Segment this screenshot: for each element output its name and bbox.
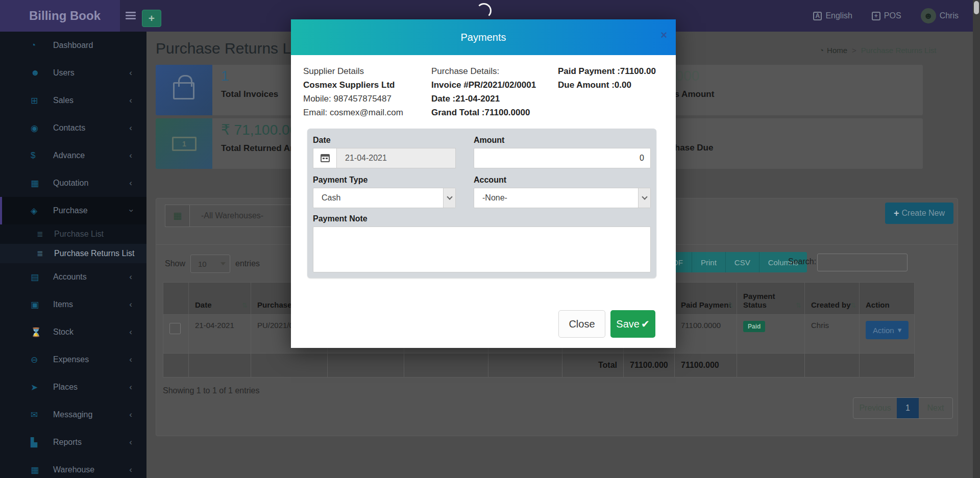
due-amount-text: Due Amount :0.00 — [558, 78, 656, 92]
amount-field[interactable] — [474, 148, 651, 168]
close-icon[interactable]: × — [660, 30, 667, 41]
messaging-envelope-icon: ✉ — [31, 410, 53, 420]
accounts-grid-icon: ▤ — [31, 272, 53, 283]
footer-total-label: Total — [562, 354, 624, 378]
table-footer-row: Total 71100.000 71100.000 — [163, 354, 915, 378]
sidebar-item-quotation[interactable]: ▦ Quotation ‹ — [0, 169, 146, 197]
account-label: Account — [474, 175, 506, 185]
places-plane-icon: ➤ — [31, 382, 53, 393]
payments-modal: Payments × Supplier Details Cosmex Suppl… — [291, 19, 676, 348]
sidebar-item-warehouse[interactable]: ▦ Warehouse ‹ — [0, 456, 146, 478]
close-button[interactable]: Close — [558, 310, 605, 338]
user-menu[interactable]: ☻ Chris — [921, 8, 959, 23]
expenses-minus-icon: ⊖ — [31, 355, 53, 365]
user-name: Chris — [940, 11, 959, 20]
sidebar-item-expenses[interactable]: ⊖ Expenses ‹ — [0, 346, 146, 373]
plus-icon: + — [894, 208, 899, 219]
sort-icon: ⇅ — [242, 301, 248, 309]
list-icon: ≣ — [37, 249, 54, 258]
sidebar-nav: ◔ Dashboard ☻ Users ‹ ⊞ Sales ‹ ◉ Contac… — [0, 32, 146, 478]
header-select — [163, 283, 189, 315]
account-select[interactable]: -None- — [474, 188, 651, 208]
purchase-date: Date :21-04-2021 — [431, 92, 536, 106]
quotation-calendar-icon: ▦ — [31, 178, 53, 189]
language-icon: A — [813, 12, 822, 20]
language-label: English — [825, 11, 852, 20]
breadcrumb-home-link[interactable]: ◔ Home — [819, 46, 847, 55]
scrollbar-thumb[interactable] — [974, 1, 979, 14]
sidebar-item-places[interactable]: ➤ Places ‹ — [0, 373, 146, 401]
sidebar-item-stock[interactable]: ⌛ Stock ‹ — [0, 318, 146, 346]
breadcrumb-current: Purchase Returns List — [861, 46, 937, 55]
header-created-by[interactable]: Created by⇅ — [805, 283, 860, 315]
list-icon: ≣ — [37, 230, 54, 239]
breadcrumb-separator: > — [852, 46, 856, 55]
sidebar-item-advance[interactable]: $ Advance ‹ — [0, 142, 146, 169]
cell-created-by: Chris — [805, 315, 860, 354]
pos-label: POS — [884, 11, 901, 20]
save-button[interactable]: Save ✔ — [610, 310, 655, 338]
purchase-grand-total: Grand Total :71100.0000 — [431, 106, 536, 119]
pos-button[interactable]: + POS — [872, 11, 901, 20]
total-invoices-label: Total Invoices — [221, 89, 278, 99]
language-selector[interactable]: A English — [813, 11, 852, 20]
payment-summary: Paid Payment :71100.00 Due Amount :0.00 — [558, 64, 656, 92]
sort-icon: ⇅ — [850, 301, 856, 309]
amount-label: Amount — [474, 136, 504, 145]
date-label: Date — [313, 136, 331, 145]
quick-add-button[interactable]: + — [142, 10, 161, 27]
footer-grand-total: 71100.000 — [624, 354, 675, 378]
cell-date: 21-04-2021 — [189, 315, 251, 354]
cell-paid-payment: 71100.0000 — [675, 315, 737, 354]
create-new-button[interactable]: + Create New — [885, 203, 953, 224]
header-payment-status[interactable]: Payment Status⇅ — [737, 283, 805, 315]
hamburger-menu-icon[interactable] — [126, 12, 136, 20]
dashboard-icon: ◔ — [31, 40, 53, 51]
search-label: Search: — [788, 257, 816, 266]
payment-note-field[interactable] — [313, 227, 651, 272]
csv-button[interactable]: CSV — [726, 252, 760, 272]
user-avatar: ☻ — [921, 8, 936, 23]
payment-form: Date Amount Payment Type Account Cash -N… — [307, 129, 656, 278]
sort-icon: ⇅ — [728, 301, 733, 309]
print-button[interactable]: Print — [692, 252, 726, 272]
building-icon: ▦ — [165, 205, 190, 227]
calendar-icon[interactable] — [313, 148, 337, 168]
pagination-next[interactable]: Next — [919, 398, 952, 418]
footer-paid-total: 71100.000 — [675, 354, 737, 378]
sidebar-item-users[interactable]: ☻ Users ‹ — [0, 59, 146, 87]
header-paid-payment[interactable]: Paid Payment⇅ — [675, 283, 737, 315]
export-buttons: PDF Print CSV Columns — [659, 252, 807, 272]
sidebar-item-dashboard[interactable]: ◔ Dashboard — [0, 32, 146, 59]
page-scrollbar[interactable] — [973, 0, 980, 478]
chevron-left-icon: ‹ — [129, 272, 132, 282]
sidebar-item-items[interactable]: ▣ Items ‹ — [0, 291, 146, 318]
modal-title: Payments — [291, 32, 676, 43]
pagination-page-1[interactable]: 1 — [897, 398, 919, 418]
caret-down-icon: ▾ — [898, 325, 902, 335]
supplier-details: Supplier Details Cosmex Suppliers Ltd Mo… — [303, 64, 403, 119]
date-field[interactable] — [337, 148, 456, 168]
sidebar-item-sales[interactable]: ⊞ Sales ‹ — [0, 87, 146, 114]
chevron-down-icon — [638, 188, 650, 208]
purchase-cube-icon: ◈ — [31, 206, 53, 216]
chevron-left-icon: ‹ — [129, 150, 132, 161]
chevron-left-icon: ‹ — [129, 355, 132, 365]
sidebar-item-messaging[interactable]: ✉ Messaging ‹ — [0, 401, 146, 429]
pagination-previous[interactable]: Previous — [853, 398, 897, 418]
search-input[interactable] — [817, 254, 908, 271]
header-date[interactable]: Date⇅ — [189, 283, 251, 315]
sidebar-item-contacts[interactable]: ◉ Contacts ‹ — [0, 114, 146, 142]
sidebar-item-reports[interactable]: ▙ Reports ‹ — [0, 429, 146, 456]
row-action-button[interactable]: Action▾ — [866, 321, 909, 339]
sidebar-item-purchase[interactable]: ◈ Purchase ‹ — [0, 197, 146, 224]
page-length-select[interactable]: 10 — [190, 255, 230, 273]
users-icon: ☻ — [31, 68, 53, 78]
chevron-left-icon: ‹ — [129, 123, 132, 133]
payment-type-select[interactable]: Cash — [313, 188, 456, 208]
row-checkbox[interactable] — [169, 323, 181, 334]
sidebar-item-purchase-list[interactable]: ≣ Purchase List — [0, 224, 146, 244]
sales-cart-icon: ⊞ — [31, 95, 53, 106]
sidebar-item-purchase-returns-list[interactable]: ≣ Purchase Returns List — [0, 244, 146, 263]
sidebar-item-accounts[interactable]: ▤ Accounts ‹ — [0, 263, 146, 291]
